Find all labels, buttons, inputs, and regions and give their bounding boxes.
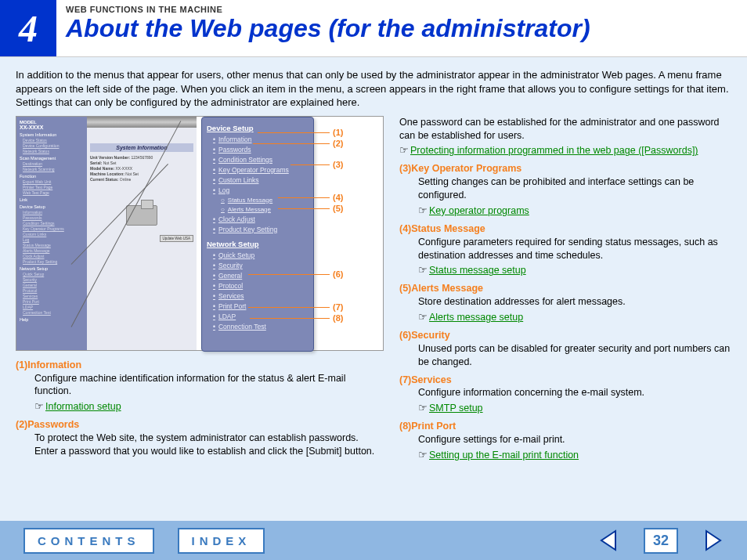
ss-model: XX-XXXX: [20, 125, 84, 130]
def-heading: (6)Security: [399, 329, 731, 342]
callout-7: (7): [333, 302, 343, 312]
ss-main: System Information Unit Version Number: …: [87, 117, 197, 350]
popout-item: Condition Settings: [213, 156, 309, 164]
doc-link[interactable]: Alerts message setup: [429, 312, 523, 323]
popout-section-device: Device Setup: [207, 124, 309, 132]
ss-sidebar-group: Scan Management: [20, 156, 84, 161]
popout-item: Information: [213, 135, 309, 143]
ss-info-row: Serial: Not Set: [90, 161, 193, 165]
right-intro: One password can be established for the …: [399, 116, 731, 143]
popout-item: LDAP: [213, 313, 309, 320]
popout-item: Protocol: [213, 282, 309, 290]
def-heading: (3)Key Operator Programs: [399, 162, 731, 175]
page-title: About the Web pages (for the administrat…: [66, 16, 590, 42]
popout-item: Security: [213, 262, 309, 269]
ss-info-row: Unit Version Number: 1234567890: [90, 155, 193, 160]
def-heading: (4)Status Message: [399, 222, 731, 236]
def-body: To protect the Web site, the system admi…: [34, 432, 384, 458]
ss-sidebar-item: Print Port: [23, 299, 84, 304]
kicker: WEB FUNCTIONS IN THE MACHINE: [66, 5, 590, 14]
ss-sidebar-item: Custom Links: [23, 232, 84, 237]
ss-sidebar-item: Web Test Page: [23, 190, 84, 195]
ss-sidebar-item: Clock Adjust: [23, 254, 84, 258]
ss-sidebar-item: General: [23, 283, 84, 287]
def-body: Setting changes can be prohibited and in…: [418, 175, 731, 202]
ss-update-button: Update Web USA: [160, 235, 193, 242]
popout-item: Log: [213, 186, 309, 194]
chapter-number: 4: [0, 0, 56, 56]
callout-6: (6): [333, 269, 343, 279]
intro-paragraph: In addition to the menus that appear for…: [0, 57, 747, 116]
def-body: Unused ports can be disabled for greater…: [418, 342, 731, 369]
ss-info-row: Current Status: Online: [90, 177, 193, 182]
ss-sidebar-item: Key Operator Programs: [23, 226, 84, 231]
popout-item: Clock Adjust: [213, 215, 309, 223]
callout-5: (5): [333, 204, 343, 213]
ss-sidebar-group: Network Setup: [20, 266, 84, 271]
ss-sidebar-item: Condition Settings: [23, 221, 84, 226]
popout-item: Quick Setup: [213, 251, 309, 259]
pointer-icon: ☞: [399, 144, 409, 156]
ss-sidebar-item: Export Web Unit: [23, 179, 84, 184]
ss-sidebar-item: Device Configuration: [23, 143, 84, 148]
callout-2: (2): [333, 139, 343, 148]
doc-link[interactable]: Setting up the E-mail print function: [429, 450, 579, 461]
footer-bar: CONTENTS INDEX 32: [0, 521, 747, 560]
def-heading: (5)Alerts Message: [399, 282, 731, 295]
popout-item: Key Operator Programs: [213, 166, 309, 174]
doc-link[interactable]: Key operator programs: [429, 205, 529, 216]
ss-sidebar-item: Security: [23, 277, 84, 282]
ss-main-title: System Information: [90, 143, 193, 152]
callout-1: (1): [333, 128, 343, 137]
ss-sidebar-item: Destination: [23, 161, 84, 166]
ss-sidebar-item: Printer Test Page: [23, 185, 84, 190]
ss-info-row: Model Name: XX-XXXX: [90, 166, 193, 171]
doc-link[interactable]: Information setup: [45, 401, 121, 412]
ss-sidebar-item: Passwords: [23, 215, 84, 220]
ss-sidebar-group: Link: [20, 197, 84, 202]
ss-popout: Device Setup InformationPasswordsConditi…: [201, 117, 314, 352]
popout-item: Passwords: [213, 146, 309, 154]
def-heading: (8)Print Port: [399, 420, 731, 433]
def-heading: (2)Passwords: [16, 418, 384, 432]
ss-sidebar-group: Device Setup: [20, 204, 84, 209]
doc-link[interactable]: Status message setup: [429, 265, 526, 276]
ss-sidebar-item: Network Status: [23, 149, 84, 154]
ss-sidebar-item: Network Scanning: [23, 167, 84, 172]
ss-sidebar-item: LDAP: [23, 305, 84, 309]
ss-sidebar-item: Protocol: [23, 288, 84, 293]
def-body: Configure parameters required for sendin…: [418, 236, 731, 262]
popout-item: Product Key Setting: [213, 226, 309, 233]
ss-sidebar-group: Function: [20, 174, 84, 179]
ss-sidebar-item: Alerts Message: [23, 248, 84, 253]
def-body: Store destination addresses for alert me…: [418, 295, 731, 309]
popout-item: Alerts Message: [221, 206, 309, 213]
popout-item: General: [213, 272, 309, 280]
def-body: Configure information concerning the e-m…: [418, 386, 731, 399]
ss-sidebar-item: Quick Setup: [23, 272, 84, 276]
def-heading: (1)Information: [16, 359, 384, 372]
callout-8: (8): [333, 313, 343, 323]
ss-sidebar-group: System Information: [20, 132, 84, 137]
prev-page-arrow[interactable]: [598, 529, 620, 551]
svg-marker-1: [706, 531, 720, 550]
callout-4: (4): [333, 193, 343, 202]
admin-screenshot: MODEL XX-XXXX System InformationDevice S…: [16, 116, 384, 351]
popout-item: Services: [213, 292, 309, 300]
index-button[interactable]: INDEX: [178, 528, 265, 554]
ss-sidebar-item: Status Message: [23, 243, 84, 247]
popout-item: Print Port: [213, 302, 309, 310]
ss-sidebar-item: Log: [23, 237, 84, 242]
ss-sidebar-item: Connection Test: [23, 310, 84, 315]
ss-sidebar-item: Services: [23, 294, 84, 298]
popout-item: Connection Test: [213, 323, 309, 331]
contents-button[interactable]: CONTENTS: [23, 528, 154, 554]
def-heading: (7)Services: [399, 374, 731, 387]
ss-sidebar-item: Information: [23, 210, 84, 215]
ss-sidebar-item: Device Status: [23, 138, 84, 143]
callout-3: (3): [333, 160, 343, 169]
next-page-arrow[interactable]: [702, 529, 724, 551]
def-body: Configure machine identification informa…: [34, 372, 384, 399]
link-passwords-protect[interactable]: Protecting information programmed in the…: [410, 145, 698, 156]
doc-link[interactable]: SMTP setup: [429, 403, 483, 414]
